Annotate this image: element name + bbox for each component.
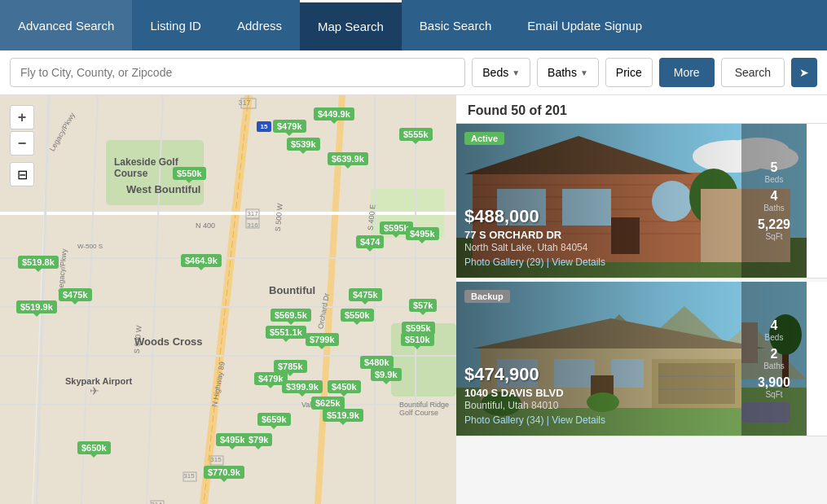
nav-map-search[interactable]: Map Search xyxy=(300,0,402,50)
listing-1-text-overlay: $488,000 77 S ORCHARD DR North Salt Lake… xyxy=(456,124,741,278)
price-label-11[interactable]: $464.9k xyxy=(181,254,222,267)
listing-2-baths-stat: 2 Baths xyxy=(763,347,785,370)
listing-2-price: $474,900 xyxy=(464,364,733,385)
price-label-34[interactable]: $770.9k xyxy=(204,466,244,479)
listing-1-beds-stat: 5 Beds xyxy=(765,160,784,184)
listing-2-details-link[interactable]: View Details xyxy=(552,414,605,426)
listing-1-sqft-stat: 5,229 SqFt xyxy=(758,217,790,241)
price-label-23[interactable]: $480k xyxy=(360,356,394,369)
layers-icon: ⊟ xyxy=(17,167,28,182)
price-label-14[interactable]: $475k xyxy=(59,288,92,301)
layers-button[interactable]: ⊟ xyxy=(10,162,34,186)
nav-email-signup[interactable]: Email Update Signup xyxy=(509,0,660,50)
listing-1-gallery-link[interactable]: Photo Gallery (29) xyxy=(464,256,543,268)
price-label-28[interactable]: $625k xyxy=(311,397,345,410)
listing-2-text-overlay: $474,900 1040 S DAVIS BLVD Bountiful, Ut… xyxy=(456,282,741,436)
price-label-12[interactable]: $475k xyxy=(349,288,382,301)
price-label-29[interactable]: $519.9k xyxy=(323,409,363,422)
price-label-17[interactable]: $57k xyxy=(409,299,437,312)
svg-text:317: 317 xyxy=(247,210,258,217)
locate-icon: ➤ xyxy=(799,66,809,79)
svg-text:15: 15 xyxy=(261,123,268,130)
listing-2-stats: 4 Beds 2 Baths 3,900 SqFt xyxy=(741,282,807,436)
svg-text:W-500 S: W-500 S xyxy=(77,243,103,250)
results-count: Found 50 of 201 xyxy=(456,95,827,124)
price-label-6[interactable]: $639.9k xyxy=(328,152,368,165)
beds-filter-button[interactable]: Beds ▼ xyxy=(472,58,530,87)
nav-bar: Advanced Search Listing ID Address Map S… xyxy=(0,0,827,50)
nav-listing-id[interactable]: Listing ID xyxy=(132,0,219,50)
price-label-22[interactable]: $785k xyxy=(274,360,307,373)
nav-basic-search[interactable]: Basic Search xyxy=(402,0,509,50)
price-label-5[interactable]: $550k xyxy=(173,167,206,180)
listing-2-links: Photo Gallery (34) | View Details xyxy=(464,414,733,426)
nav-advanced-search[interactable]: Advanced Search xyxy=(0,0,132,50)
price-label-20[interactable]: $799k xyxy=(306,333,339,346)
listing-1-details-link[interactable]: View Details xyxy=(552,256,605,268)
listing-1-status-badge: Active xyxy=(464,132,504,145)
price-filter-button[interactable]: Price xyxy=(605,58,653,87)
svg-text:315: 315 xyxy=(183,472,195,480)
more-button[interactable]: More xyxy=(659,58,715,87)
svg-text:314: 314 xyxy=(151,501,162,504)
price-label-25[interactable]: $399.9k xyxy=(282,380,323,393)
price-label-15[interactable]: $569.5k xyxy=(271,309,311,322)
nav-address[interactable]: Address xyxy=(219,0,300,50)
listing-2-sqft-stat: 3,900 SqFt xyxy=(758,375,790,399)
svg-text:✈: ✈ xyxy=(90,384,99,397)
listing-1-baths-stat: 4 Baths xyxy=(763,189,785,213)
listings-panel: Found 50 of 201 xyxy=(456,95,827,504)
main-content: 317 317 316 315 315 314 W-500 S 15 xyxy=(0,95,827,504)
listing-card-1: Active $488,000 77 S ORCHARD DR North Sa… xyxy=(456,124,827,278)
listing-2-beds-stat: 4 Beds xyxy=(765,318,784,342)
price-label-13[interactable]: $519.9k xyxy=(16,300,57,313)
map-controls: + − ⊟ xyxy=(10,105,34,186)
price-label-16[interactable]: $550k xyxy=(341,309,374,322)
zoom-out-button[interactable]: − xyxy=(10,131,34,156)
map-panel[interactable]: 317 317 316 315 315 314 W-500 S 15 xyxy=(0,95,456,504)
price-label-1[interactable]: $449.9k xyxy=(314,107,354,121)
listing-2-status-badge: Backup xyxy=(464,290,510,303)
map-background: 317 317 316 315 315 314 W-500 S 15 xyxy=(0,95,456,504)
svg-text:317: 317 xyxy=(238,99,250,107)
listing-2-city: Bountiful, Utah 84010 xyxy=(464,400,733,411)
price-label-2[interactable]: $479k xyxy=(273,120,306,133)
search-button[interactable]: Search xyxy=(721,58,785,87)
price-label-10[interactable]: $519.8k xyxy=(18,256,59,269)
price-label-8[interactable]: $474 xyxy=(356,235,384,248)
price-label-30[interactable]: $659k xyxy=(257,413,291,426)
listing-card-2: Backup $474,900 1040 S DAVIS BLVD Bounti… xyxy=(456,282,827,436)
price-label-32[interactable]: $79k xyxy=(244,433,272,446)
listing-1-image[interactable]: Active $488,000 77 S ORCHARD DR North Sa… xyxy=(456,124,807,278)
zoom-in-button[interactable]: + xyxy=(10,105,34,129)
price-label-19[interactable]: $551.1k xyxy=(266,326,306,339)
price-label-9[interactable]: $495k xyxy=(406,227,439,240)
price-label-21[interactable]: $510k xyxy=(401,333,434,346)
listing-2-image[interactable]: Backup $474,900 1040 S DAVIS BLVD Bounti… xyxy=(456,282,807,436)
search-bar: Beds ▼ Baths ▼ Price More Search ➤ xyxy=(0,50,827,95)
listing-1-price: $488,000 xyxy=(464,206,733,227)
price-label-3[interactable]: $539k xyxy=(287,138,320,151)
listing-1-city: North Salt Lake, Utah 84054 xyxy=(464,242,733,253)
price-label-27[interactable]: $9.9k xyxy=(371,368,402,381)
beds-caret-icon: ▼ xyxy=(512,68,520,77)
listing-1-links: Photo Gallery (29) | View Details xyxy=(464,256,733,268)
location-search-input[interactable] xyxy=(10,58,465,87)
listing-1-stats: 5 Beds 4 Baths 5,229 SqFt xyxy=(741,124,807,278)
locate-button[interactable]: ➤ xyxy=(791,58,817,87)
listing-2-gallery-link[interactable]: Photo Gallery (34) xyxy=(464,414,543,426)
listing-2-address: 1040 S DAVIS BLVD xyxy=(464,387,733,399)
svg-text:315: 315 xyxy=(210,456,222,463)
baths-filter-button[interactable]: Baths ▼ xyxy=(537,58,599,87)
price-label-4[interactable]: $555k xyxy=(399,128,433,141)
baths-caret-icon: ▼ xyxy=(580,68,588,77)
price-label-26[interactable]: $450k xyxy=(328,380,361,393)
listing-1-address: 77 S ORCHARD DR xyxy=(464,229,733,241)
price-label-33[interactable]: $650k xyxy=(77,441,111,454)
